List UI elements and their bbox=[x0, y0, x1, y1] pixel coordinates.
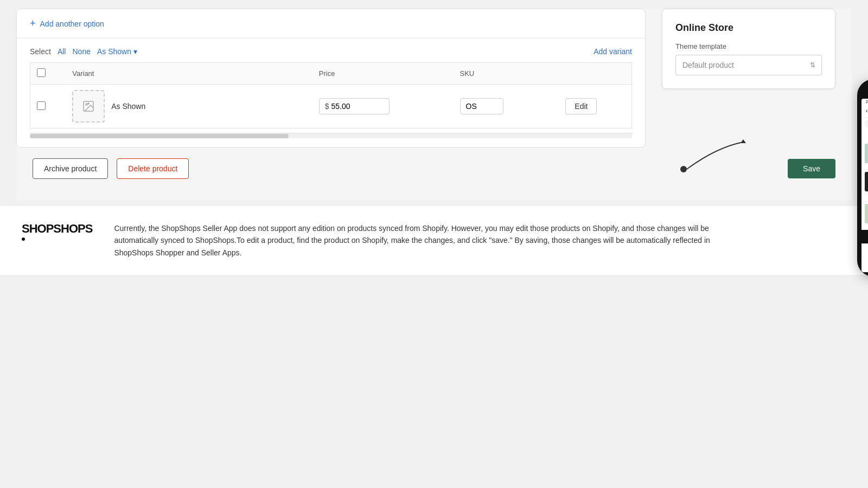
phone-status-bar: 2:37 ▪▪▪ bbox=[861, 99, 868, 105]
sku-input[interactable] bbox=[460, 98, 503, 114]
as-shown-dropdown-button[interactable]: As Shown ▾ bbox=[97, 47, 137, 56]
select-group: Select All None As Shown ▾ bbox=[30, 47, 137, 56]
phone-product-img-2 bbox=[865, 172, 868, 191]
edit-variant-button[interactable]: Edit bbox=[565, 98, 597, 114]
footer-info-bar: SHOPSHOPS Currently, the ShopShops Selle… bbox=[0, 205, 868, 275]
svg-point-4 bbox=[680, 166, 687, 172]
phone-product-img-1 bbox=[865, 144, 868, 163]
variant-name-cell: As Shown bbox=[72, 90, 306, 123]
price-input-wrapper: $ bbox=[319, 98, 390, 114]
as-shown-label: As Shown bbox=[97, 47, 131, 56]
template-select[interactable]: Default product bbox=[675, 55, 822, 75]
variants-controls: Select All None As Shown ▾ Add variant bbox=[30, 47, 632, 56]
add-option-label: Add another option bbox=[40, 20, 104, 28]
select-none-button[interactable]: None bbox=[72, 47, 90, 56]
left-actions: Archive product Delete product bbox=[33, 158, 189, 179]
image-add-icon bbox=[82, 100, 95, 113]
dropdown-arrow-icon: ▾ bbox=[133, 47, 137, 56]
sku-column-header: SKU bbox=[454, 63, 559, 85]
sync-row: Shopify Sync Select All bbox=[861, 130, 868, 142]
save-button[interactable]: Save bbox=[788, 159, 835, 178]
phone-frame: 2:37 ▪▪▪ ‹ Product List ⊞ ≡ 🔍 bbox=[857, 79, 868, 277]
table-row: As Shown $ bbox=[30, 85, 632, 129]
add-option-row: + Add another option bbox=[17, 9, 645, 38]
header-checkbox[interactable] bbox=[37, 68, 46, 77]
svg-marker-5 bbox=[741, 139, 746, 143]
row-checkbox-cell[interactable] bbox=[30, 85, 66, 129]
phone-back-icon: ‹ bbox=[866, 108, 867, 114]
online-store-panel: Online Store Theme template Default prod… bbox=[662, 9, 835, 89]
variant-name: As Shown bbox=[111, 102, 145, 111]
arrow-connector bbox=[673, 137, 760, 202]
mobile-mockup-container: 2:37 ▪▪▪ ‹ Product List ⊞ ≡ 🔍 bbox=[857, 79, 868, 277]
add-option-button[interactable]: + Add another option bbox=[30, 18, 104, 29]
side-panel-area: Online Store Theme template Default prod… bbox=[656, 9, 852, 147]
panel-title: Online Store bbox=[675, 22, 822, 34]
phone-product-item-1: Chloe Alphabet M Store status: Visible, … bbox=[861, 142, 868, 170]
phone-screen: 2:37 ▪▪▪ ‹ Product List ⊞ ≡ 🔍 bbox=[861, 99, 868, 272]
horizontal-scrollbar[interactable] bbox=[30, 133, 632, 138]
scroll-thumb bbox=[30, 134, 289, 138]
archive-product-button[interactable]: Archive product bbox=[33, 158, 108, 179]
content-wrapper: + Add another option Select All None As … bbox=[16, 9, 852, 201]
plus-icon: + bbox=[30, 18, 36, 29]
phone-header: ‹ Product List ⊞ ≡ bbox=[861, 105, 868, 118]
variants-section: Select All None As Shown ▾ Add variant bbox=[17, 38, 645, 147]
main-card: + Add another option Select All None As … bbox=[16, 9, 646, 147]
select-label: Select bbox=[30, 47, 51, 56]
price-cell: $ bbox=[312, 85, 454, 129]
select-all-checkbox-header[interactable] bbox=[30, 63, 66, 85]
phone-product-item-2: 24K Gold Plated Rose Drop Earrings Store… bbox=[861, 170, 868, 202]
template-select-wrapper: Default product bbox=[675, 55, 822, 75]
svg-point-1 bbox=[86, 104, 87, 105]
row-checkbox[interactable] bbox=[37, 101, 46, 110]
price-column-header: Price bbox=[312, 63, 454, 85]
phone-search-bar[interactable]: 🔍 Search all products bbox=[865, 120, 868, 127]
sku-cell bbox=[454, 85, 559, 129]
variant-column-header: Variant bbox=[66, 63, 312, 85]
card-with-panel: + Add another option Select All None As … bbox=[16, 9, 852, 147]
actions-column-header bbox=[559, 63, 631, 85]
add-variant-button[interactable]: Add variant bbox=[593, 47, 632, 56]
variant-cell: As Shown bbox=[66, 85, 312, 129]
edit-cell: Edit bbox=[559, 85, 631, 129]
phone-time: 2:37 bbox=[866, 100, 868, 104]
table-header-row: Variant Price SKU bbox=[30, 63, 632, 85]
footer-info-text: Currently, the ShopShops Seller App does… bbox=[114, 222, 711, 259]
theme-template-label: Theme template bbox=[675, 42, 822, 50]
phone-product-img-3 bbox=[865, 204, 868, 223]
select-all-button[interactable]: All bbox=[58, 47, 66, 56]
variants-table: Variant Price SKU bbox=[30, 62, 632, 129]
variant-image-placeholder[interactable] bbox=[72, 90, 105, 123]
currency-symbol: $ bbox=[325, 102, 329, 111]
phone-upload-new-button[interactable]: Upload New bbox=[861, 230, 868, 243]
price-input[interactable] bbox=[331, 102, 375, 111]
delete-product-button[interactable]: Delete product bbox=[117, 158, 189, 179]
phone-product-item-3: chan luu sterling silver bracelet Store … bbox=[861, 202, 868, 230]
page-container: + Add another option Select All None As … bbox=[0, 0, 868, 275]
logo-container: SHOPSHOPS bbox=[22, 222, 92, 241]
shopshops-logo: SHOPSHOPS bbox=[22, 222, 92, 235]
shopshops-logo-dot bbox=[22, 237, 25, 241]
